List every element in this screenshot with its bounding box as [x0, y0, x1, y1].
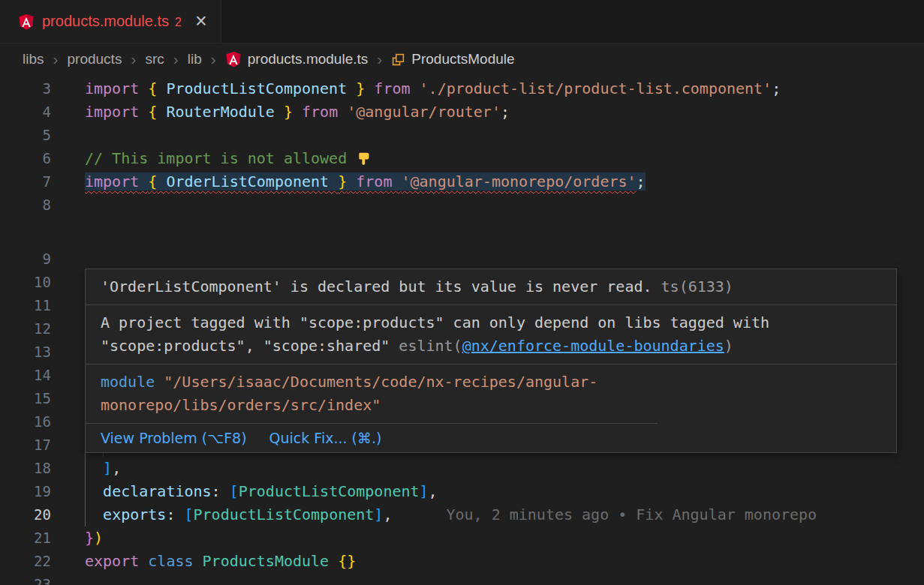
- line-content: // This import is not allowed: [85, 147, 924, 170]
- line-content: [85, 124, 924, 147]
- line-number: 21: [0, 526, 51, 550]
- code-line-9[interactable]: 9: [0, 248, 924, 271]
- line-number: 9: [0, 248, 51, 271]
- code-editor[interactable]: 3import { ProductListComponent } from '.…: [0, 75, 924, 585]
- line-number: 14: [0, 364, 51, 387]
- line-number: 18: [0, 457, 51, 480]
- line-number: 4: [0, 100, 51, 124]
- breadcrumb-src[interactable]: src: [145, 51, 164, 68]
- breadcrumb-separator: ›: [173, 50, 179, 68]
- tab-products-module-ts[interactable]: products.module.ts 2 ×: [0, 0, 221, 43]
- line-number: 17: [0, 434, 51, 457]
- breadcrumb-separator: ›: [131, 50, 136, 68]
- close-icon[interactable]: ×: [195, 11, 207, 32]
- line-number: 3: [0, 77, 51, 100]
- hover-message-eslint: A project tagged with "scope:products" c…: [86, 305, 896, 364]
- tab-filename: products.module.ts: [42, 13, 169, 30]
- line-content: exports: [ProductListComponent],You, 2 m…: [85, 503, 924, 526]
- line-number: 5: [0, 124, 51, 147]
- line-number: 19: [0, 480, 51, 503]
- indent-guide: [85, 480, 86, 503]
- breadcrumb-libs[interactable]: libs: [23, 51, 44, 68]
- breadcrumb-separator: ›: [53, 50, 59, 68]
- git-blame-annotation: You, 2 minutes ago • Fix Angular monorep…: [446, 506, 817, 524]
- breadcrumb-separator: ›: [377, 50, 382, 68]
- line-number: 20: [0, 503, 51, 526]
- code-line-6[interactable]: 6// This import is not allowed: [0, 147, 924, 170]
- line-content: [85, 573, 924, 585]
- line-number: 15: [0, 387, 51, 410]
- line-content: }): [85, 526, 924, 550]
- code-line-7[interactable]: 7import { OrderListComponent } from '@an…: [0, 170, 924, 194]
- line-number: 6: [0, 147, 51, 170]
- code-line-19[interactable]: 19 declarations: [ProductListComponent],: [0, 480, 924, 503]
- line-number: 22: [0, 550, 51, 573]
- breadcrumb-products-module-ts[interactable]: products.module.ts: [225, 51, 369, 68]
- tab-error-count-badge: 2: [175, 16, 182, 29]
- line-number: 12: [0, 317, 51, 340]
- hover-popup: 'OrderListComponent' is declared but its…: [85, 268, 897, 453]
- angular-icon: [18, 14, 35, 30]
- hover-module-path: module "/Users/isaac/Documents/code/nx-r…: [86, 364, 658, 424]
- line-number: 23: [0, 573, 51, 585]
- breadcrumb-productsmodule[interactable]: ProductsModule: [391, 51, 514, 68]
- breadcrumb-lib[interactable]: lib: [188, 51, 202, 68]
- line-number: 11: [0, 294, 51, 317]
- hover-actions: View Problem (⌥F8)Quick Fix... (⌘.): [86, 424, 896, 452]
- line-number: 16: [0, 410, 51, 434]
- code-line-23[interactable]: 23: [0, 573, 924, 585]
- breadcrumb: libs›products›src›lib›products.module.ts…: [0, 44, 924, 75]
- code-line-4[interactable]: 4import { RouterModule } from '@angular/…: [0, 100, 924, 124]
- line-content: import { OrderListComponent } from '@ang…: [85, 170, 924, 194]
- tab-bar: products.module.ts 2 ×: [0, 0, 924, 44]
- code-line-18[interactable]: 18 ],: [0, 457, 924, 480]
- line-content: import { RouterModule } from '@angular/r…: [85, 100, 924, 124]
- code-line-8[interactable]: 8: [0, 194, 924, 217]
- line-number: 10: [0, 271, 51, 294]
- indent-guide: [85, 503, 86, 526]
- vscode-editor-window: products.module.ts 2 × libs›products›src…: [0, 0, 924, 585]
- line-content: declarations: [ProductListComponent],: [85, 480, 924, 503]
- line-content: ],: [85, 457, 924, 480]
- hover-message-typescript: 'OrderListComponent' is declared but its…: [86, 269, 896, 305]
- view-problem-action[interactable]: View Problem (⌥F8): [101, 430, 247, 446]
- line-number: 13: [0, 340, 51, 364]
- line-content: [85, 248, 924, 271]
- line-number: 7: [0, 170, 51, 194]
- class-symbol-icon: [391, 52, 405, 67]
- code-line-3[interactable]: 3import { ProductListComponent } from '.…: [0, 77, 924, 100]
- code-line-20[interactable]: 20 exports: [ProductListComponent],You, …: [0, 503, 924, 526]
- code-line-22[interactable]: 22export class ProductsModule {}: [0, 550, 924, 573]
- quick-fix-action[interactable]: Quick Fix... (⌘.): [269, 430, 382, 446]
- pointing-down-emoji: [356, 149, 372, 167]
- line-content: [85, 194, 924, 217]
- code-line-5[interactable]: 5: [0, 124, 924, 147]
- line-number: 8: [0, 194, 51, 217]
- breadcrumb-separator: ›: [211, 50, 216, 68]
- breadcrumb-products[interactable]: products: [68, 51, 122, 68]
- line-content: import { ProductListComponent } from './…: [85, 77, 924, 100]
- indent-guide: [85, 457, 86, 480]
- angular-icon: [225, 51, 242, 68]
- hover-messages: 'OrderListComponent' is declared but its…: [86, 269, 896, 424]
- line-content: export class ProductsModule {}: [85, 550, 924, 573]
- code-line-21[interactable]: 21}): [0, 526, 924, 550]
- eslint-rule-link[interactable]: @nx/enforce-module-boundaries: [462, 337, 724, 355]
